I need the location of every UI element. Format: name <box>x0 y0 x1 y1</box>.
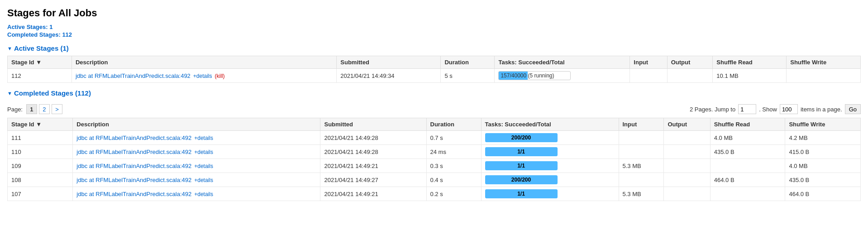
progress-bar: 1/1 <box>485 189 558 198</box>
details-link[interactable]: +details <box>194 191 213 197</box>
tasks-cell: 200/200 <box>481 131 619 145</box>
col-duration[interactable]: Duration <box>441 56 495 69</box>
table-row: 110jdbc at RFMLabelTrainAndPredict.scala… <box>8 145 861 159</box>
submitted-cell: 2021/04/21 14:49:34 <box>337 69 441 83</box>
stage-description-link[interactable]: jdbc at RFMLabelTrainAndPredict.scala:49… <box>76 191 191 197</box>
stage-description-link[interactable]: jdbc at RFMLabelTrainAndPredict.scala:49… <box>76 134 191 141</box>
tasks-cell: 1/1 <box>481 159 619 173</box>
col-duration-c[interactable]: Duration <box>426 118 481 131</box>
stage-description-link[interactable]: jdbc at RFMLabelTrainAndPredict.scala:49… <box>76 72 191 79</box>
col-shuffle-read-c[interactable]: Shuffle Read <box>710 118 785 131</box>
shuffle-read-cell <box>710 159 785 173</box>
page-label: Page: <box>7 106 23 113</box>
sort-icon: ▼ <box>36 59 42 66</box>
col-tasks-c[interactable]: Tasks: Succeeded/Total <box>481 118 619 131</box>
submitted-cell: 2021/04/21 14:49:21 <box>320 159 426 173</box>
tasks-cell: 1/1 <box>481 187 619 201</box>
description-cell: jdbc at RFMLabelTrainAndPredict.scala:49… <box>73 159 320 173</box>
active-stages-table: Stage Id ▼ Description Submitted Duratio… <box>7 56 861 83</box>
details-link[interactable]: +details <box>194 135 213 141</box>
input-cell <box>619 145 664 159</box>
output-cell <box>667 69 713 83</box>
input-cell <box>630 69 667 83</box>
stage-description-link[interactable]: jdbc at RFMLabelTrainAndPredict.scala:49… <box>76 177 191 183</box>
active-stages-thead: Stage Id ▼ Description Submitted Duratio… <box>8 56 861 69</box>
col-submitted-c[interactable]: Submitted <box>320 118 426 131</box>
duration-cell: 0.4 s <box>426 173 481 187</box>
show-count-input[interactable] <box>780 104 798 114</box>
sort-icon-c: ▼ <box>36 121 42 128</box>
description-cell: jdbc at RFMLabelTrainAndPredict.scala:49… <box>73 187 320 201</box>
col-submitted[interactable]: Submitted <box>337 56 441 69</box>
col-output-c[interactable]: Output <box>664 118 710 131</box>
shuffle-read-cell: 4.0 MB <box>710 131 785 145</box>
output-cell <box>664 131 710 145</box>
description-cell: jdbc at RFMLabelTrainAndPredict.scala:49… <box>73 145 320 159</box>
completed-chevron-icon: ▼ <box>7 91 12 96</box>
page-next-btn[interactable]: > <box>52 104 62 114</box>
page-2-btn[interactable]: 2 <box>39 104 50 114</box>
completed-stages-thead: Stage Id ▼ Description Submitted Duratio… <box>8 118 861 131</box>
details-link[interactable]: +details <box>194 149 213 155</box>
col-description-c[interactable]: Description <box>73 118 320 131</box>
submitted-cell: 2021/04/21 14:49:27 <box>320 173 426 187</box>
output-cell <box>664 173 710 187</box>
stage-description-link[interactable]: jdbc at RFMLabelTrainAndPredict.scala:49… <box>76 149 191 155</box>
col-input[interactable]: Input <box>630 56 667 69</box>
col-stage-id-c[interactable]: Stage Id ▼ <box>8 118 73 131</box>
output-cell <box>664 145 710 159</box>
progress-bar: 200/200 <box>485 133 558 142</box>
details-link[interactable]: +details <box>194 163 213 169</box>
description-cell: jdbc at RFMLabelTrainAndPredict.scala:49… <box>72 69 336 83</box>
page-controls: 2 Pages. Jump to . Show items in a page.… <box>690 104 861 114</box>
table-row: 111jdbc at RFMLabelTrainAndPredict.scala… <box>8 131 861 145</box>
duration-cell: 24 ms <box>426 145 481 159</box>
page-1-btn[interactable]: 1 <box>26 104 37 114</box>
jump-to-input[interactable] <box>738 104 756 114</box>
col-shuffle-write[interactable]: Shuffle Write <box>787 56 861 69</box>
go-button[interactable]: Go <box>845 104 861 114</box>
col-description[interactable]: Description <box>72 56 336 69</box>
active-stages-header[interactable]: ▼ Active Stages (1) <box>7 44 861 52</box>
active-chevron-icon: ▼ <box>7 46 12 51</box>
items-label: items in a page. <box>801 106 842 113</box>
active-stages-link[interactable]: Active Stages: 1 <box>7 24 52 30</box>
shuffle-read-cell <box>710 187 785 201</box>
col-stage-id[interactable]: Stage Id ▼ <box>8 56 72 69</box>
duration-cell: 0.3 s <box>426 159 481 173</box>
output-cell <box>664 187 710 201</box>
progress-bar: 1/1 <box>485 147 558 156</box>
duration-cell: 0.2 s <box>426 187 481 201</box>
col-shuffle-read[interactable]: Shuffle Read <box>713 56 787 69</box>
stage-description-link[interactable]: jdbc at RFMLabelTrainAndPredict.scala:49… <box>76 163 191 169</box>
shuffle-write-cell: 4.2 MB <box>785 131 861 145</box>
tasks-cell: 1/1 <box>481 145 619 159</box>
details-link[interactable]: +details <box>194 177 213 183</box>
stage-id-cell: 109 <box>8 159 73 173</box>
tasks-cell: 200/200 <box>481 173 619 187</box>
shuffle-write-cell: 415.0 B <box>785 145 861 159</box>
table-row: 112jdbc at RFMLabelTrainAndPredict.scala… <box>8 69 861 83</box>
tasks-label: 157/40000 (5 running) <box>499 72 554 79</box>
submitted-cell: 2021/04/21 14:49:21 <box>320 187 426 201</box>
shuffle-read-cell: 464.0 B <box>710 173 785 187</box>
submitted-cell: 2021/04/21 14:49:28 <box>320 131 426 145</box>
page-title: Stages for All Jobs <box>7 7 861 19</box>
col-shuffle-write-c[interactable]: Shuffle Write <box>785 118 861 131</box>
col-tasks[interactable]: Tasks: Succeeded/Total <box>495 56 630 69</box>
show-label: . Show <box>759 106 777 113</box>
completed-stages-header[interactable]: ▼ Completed Stages (112) <box>7 89 861 97</box>
stage-id-cell: 108 <box>8 173 73 187</box>
duration-cell: 5 s <box>441 69 495 83</box>
table-row: 108jdbc at RFMLabelTrainAndPredict.scala… <box>8 173 861 187</box>
kill-link[interactable]: (kill) <box>215 73 225 79</box>
shuffle-read-cell: 435.0 B <box>710 145 785 159</box>
completed-stages-link[interactable]: Completed Stages: 112 <box>7 31 72 38</box>
shuffle-write-cell: 4.0 MB <box>785 159 861 173</box>
details-link[interactable]: +details <box>193 73 212 79</box>
col-output[interactable]: Output <box>667 56 713 69</box>
duration-cell: 0.7 s <box>426 131 481 145</box>
col-input-c[interactable]: Input <box>619 118 664 131</box>
shuffle-write-cell: 464.0 B <box>785 187 861 201</box>
description-cell: jdbc at RFMLabelTrainAndPredict.scala:49… <box>73 173 320 187</box>
